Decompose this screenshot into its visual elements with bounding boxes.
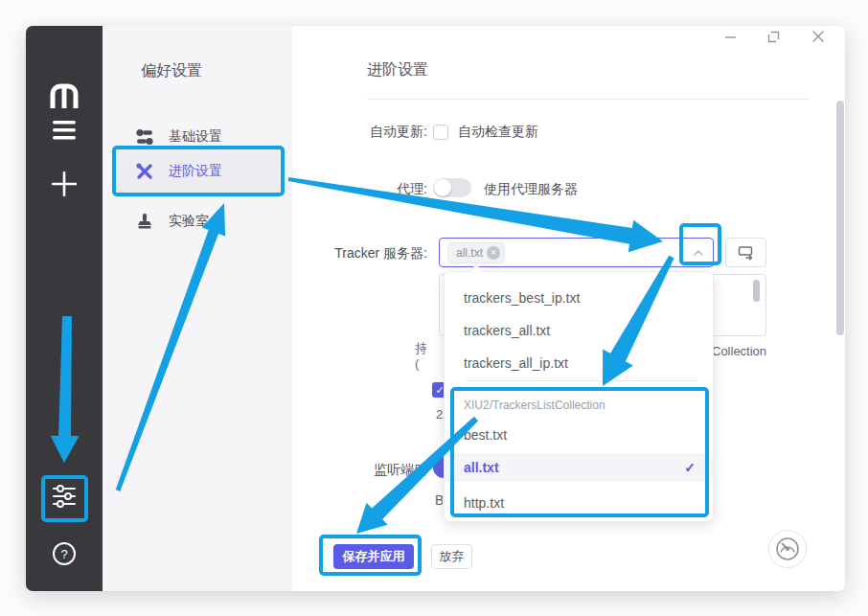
tag-label: all.txt <box>456 246 483 260</box>
dropdown-item[interactable]: trackers_all.txt <box>445 316 713 345</box>
basic-settings-icon <box>136 128 155 146</box>
selected-tracker-tag: all.txt × <box>447 242 505 263</box>
svg-text:?: ? <box>60 547 67 561</box>
sidebar-item-label: 实验室 <box>169 213 209 230</box>
chevron-up-icon[interactable] <box>692 246 705 263</box>
page-title: 进阶设置 <box>367 60 428 80</box>
dropdown-item[interactable]: http.txt <box>445 489 713 517</box>
sidebar-item-lab[interactable]: 实验室 <box>115 202 280 240</box>
dropdown-item[interactable]: trackers_all_ip.txt <box>445 349 713 377</box>
sync-trackers-button[interactable] <box>725 238 766 267</box>
dropdown-divider <box>466 380 697 381</box>
proxy-toggle[interactable] <box>433 178 471 197</box>
proxy-toggle-label: 使用代理服务器 <box>484 181 578 198</box>
textarea-scrollbar[interactable] <box>753 280 760 302</box>
auto-update-checkbox[interactable] <box>433 125 448 140</box>
add-task-icon[interactable] <box>26 171 103 196</box>
tag-close-icon[interactable]: × <box>487 246 500 260</box>
listen-port-label: 监听端口 <box>293 462 427 479</box>
help-icon[interactable]: ? <box>26 540 103 567</box>
preferences-title: 偏好设置 <box>141 61 202 81</box>
helper-text-fragment: 持 <box>415 340 426 357</box>
auto-update-label: 自动更新: <box>293 124 427 141</box>
dropdown-group-label: XIU2/TrackersListCollection <box>464 399 605 412</box>
sidebar-item-advanced[interactable]: 进阶设置 <box>115 148 280 194</box>
check-icon: ✓ <box>684 453 696 482</box>
dropdown-item-label: all.txt <box>464 460 499 475</box>
proxy-label: 代理: <box>293 181 427 198</box>
speed-limit-button[interactable] <box>768 530 807 568</box>
dropdown-item-selected[interactable]: all.txt ✓ <box>445 453 713 482</box>
dropdown-item[interactable]: trackers_best_ip.txt <box>445 284 713 312</box>
title-divider <box>367 99 810 100</box>
preferences-sidebar: 偏好设置 基础设置 进阶设置 实验室 <box>103 26 292 591</box>
helper-text-fragment: Collection <box>712 344 779 358</box>
advanced-settings-page: 进阶设置 自动更新: 自动检查更新 代理: 使用代理服务器 Tracker 服务… <box>292 26 845 591</box>
task-list-menu-icon[interactable] <box>26 120 103 141</box>
save-and-apply-button[interactable]: 保存并应用 <box>333 544 414 569</box>
page-scrollbar[interactable] <box>836 101 844 335</box>
motrix-logo <box>26 81 103 110</box>
advanced-settings-icon <box>136 163 155 180</box>
dropdown-item[interactable]: best.txt <box>445 421 713 449</box>
maximize-button[interactable] <box>765 29 781 44</box>
close-button[interactable] <box>811 29 826 44</box>
toggle-knob <box>434 179 451 196</box>
helper-text-fragment: ( <box>415 356 424 371</box>
discard-button[interactable]: 放弃 <box>431 544 472 569</box>
app-sidebar: ? <box>26 26 103 591</box>
sidebar-item-label: 进阶设置 <box>169 163 222 180</box>
sidebar-item-label: 基础设置 <box>169 128 222 146</box>
next-row-fragment: B <box>435 492 443 508</box>
tracker-dropdown: trackers_best_ip.txt trackers_all.txt tr… <box>444 271 714 522</box>
minimize-button[interactable] <box>722 29 738 44</box>
preferences-window: ? 偏好设置 基础设置 进阶设置 实验室 进阶设置 自 <box>26 26 845 591</box>
lab-icon <box>136 213 155 230</box>
tracker-label: Tracker 服务器: <box>293 245 427 262</box>
auto-update-checkbox-label: 自动检查更新 <box>458 124 538 141</box>
preferences-icon[interactable] <box>26 484 103 509</box>
tracker-select[interactable]: all.txt × <box>439 238 714 267</box>
